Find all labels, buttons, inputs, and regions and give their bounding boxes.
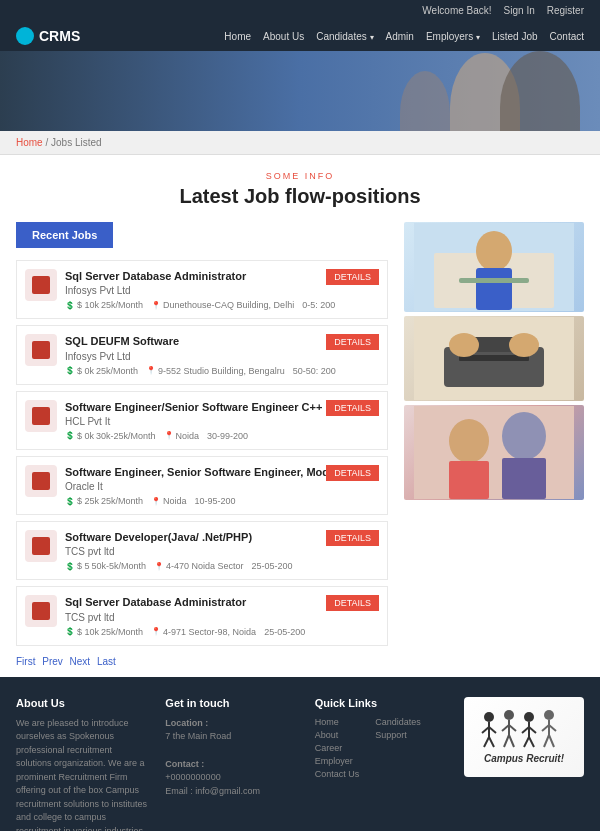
- pagination-next[interactable]: Next: [70, 656, 91, 667]
- register-link[interactable]: Register: [547, 5, 584, 16]
- hero-image: [0, 51, 600, 131]
- svg-line-27: [504, 735, 509, 747]
- job-icon-shape: [32, 407, 50, 425]
- footer-link-home[interactable]: Home: [315, 717, 360, 727]
- footer-contact-title: Get in touch: [165, 697, 298, 709]
- job-icon: [25, 334, 57, 366]
- footer-link-candidates[interactable]: Candidates: [375, 717, 421, 727]
- details-button[interactable]: DETAILS: [326, 595, 379, 611]
- job-location: 📍 Noida: [164, 431, 200, 441]
- job-location: 📍 9-552 Studio Building, Bengalru: [146, 366, 285, 376]
- footer-grid: About Us We are pleased to introduce our…: [16, 697, 584, 831]
- details-button[interactable]: DETAILS: [326, 334, 379, 350]
- job-list: Sql Server Database Administrator Infosy…: [16, 260, 388, 646]
- job-card: Software Developer(Java/ .Net/PHP) TCS p…: [16, 521, 388, 580]
- nav-admin[interactable]: Admin: [386, 31, 414, 42]
- location-icon: 📍: [151, 627, 161, 636]
- site-header: Welcome Back! Sign In Register CRMS Home…: [0, 0, 600, 131]
- location-icon: 📍: [164, 431, 174, 440]
- brand-logo: CRMS: [16, 27, 80, 45]
- footer-location-value: 7 the Main Road: [165, 731, 231, 741]
- svg-line-25: [502, 725, 509, 731]
- nav-candidates[interactable]: Candidates: [316, 31, 373, 42]
- footer-about: About Us We are pleased to introduce our…: [16, 697, 149, 831]
- location-icon: 📍: [151, 497, 161, 506]
- svg-rect-16: [414, 406, 574, 499]
- dollar-icon: 💲: [65, 627, 75, 636]
- job-card: Software Engineer, Senior Software Engin…: [16, 456, 388, 515]
- job-meta: 💲 $ 0k 30k-25k/Month 📍 Noida 30-99-200: [65, 431, 379, 441]
- job-icon: [25, 530, 57, 562]
- job-vacancies: 25-05-200: [252, 561, 293, 571]
- footer-links-title: Quick Links: [315, 697, 448, 709]
- nav-listed-job[interactable]: Listed Job: [492, 31, 538, 42]
- sidebar-image-3: [404, 405, 584, 500]
- job-icon-shape: [32, 341, 50, 359]
- footer-contact: Get in touch Location : 7 the Main Road …: [165, 697, 298, 831]
- svg-line-40: [549, 735, 554, 747]
- details-button[interactable]: DETAILS: [326, 530, 379, 546]
- job-location: 📍 Dunethouse-CAQ Building, Delhi: [151, 300, 294, 310]
- footer-about-title: About Us: [16, 697, 149, 709]
- nav-menu: Home About Us Candidates Admin Employers…: [224, 31, 584, 42]
- job-icon: [25, 595, 57, 627]
- svg-line-31: [522, 727, 529, 733]
- footer-banner: Campus Recruit!: [464, 697, 584, 777]
- details-button[interactable]: DETAILS: [326, 269, 379, 285]
- svg-point-23: [504, 710, 514, 720]
- job-company: Oracle It: [65, 481, 379, 492]
- job-icon-shape: [32, 537, 50, 555]
- svg-line-32: [529, 727, 536, 733]
- job-meta: 💲 $ 5 50k-5k/Month 📍 4-470 Noida Sector …: [65, 561, 379, 571]
- job-salary: 💲 $ 10k 25k/Month: [65, 300, 143, 310]
- details-button[interactable]: DETAILS: [326, 465, 379, 481]
- job-meta: 💲 $ 0k 25k/Month 📍 9-552 Studio Building…: [65, 366, 379, 376]
- job-vacancies: 50-50: 200: [293, 366, 336, 376]
- job-icon-shape: [32, 602, 50, 620]
- svg-line-22: [489, 737, 494, 747]
- job-vacancies: 0-5: 200: [302, 300, 335, 310]
- svg-rect-4: [459, 278, 529, 283]
- welcome-text: Welcome Back!: [422, 5, 491, 16]
- footer-links-grid: Home About Career Employer Contact Us Ca…: [315, 717, 448, 782]
- nav-employers[interactable]: Employers: [426, 31, 480, 42]
- brand-name: CRMS: [39, 28, 80, 44]
- details-button[interactable]: DETAILS: [326, 400, 379, 416]
- footer-link-support[interactable]: Support: [375, 730, 421, 740]
- footer-location-label: Location : 7 the Main Road: [165, 717, 298, 744]
- svg-point-9: [449, 333, 479, 357]
- footer-link-employer[interactable]: Employer: [315, 756, 360, 766]
- section-header: SOME INFO Latest Job flow-positions: [16, 171, 584, 208]
- svg-line-37: [542, 725, 549, 731]
- job-salary: 💲 $ 5 50k-5k/Month: [65, 561, 146, 571]
- svg-line-21: [484, 737, 489, 747]
- job-card: SQL DEUFM Software Infosys Pvt Ltd 💲 $ 0…: [16, 325, 388, 384]
- recent-jobs-button[interactable]: Recent Jobs: [16, 222, 113, 248]
- footer-link-career[interactable]: Career: [315, 743, 360, 753]
- svg-rect-3: [476, 268, 512, 310]
- pagination-last[interactable]: Last: [97, 656, 116, 667]
- footer-link-about[interactable]: About: [315, 730, 360, 740]
- svg-point-10: [509, 333, 539, 357]
- breadcrumb-current: Jobs Listed: [51, 137, 102, 148]
- pagination: First Prev Next Last: [16, 656, 388, 667]
- footer-link-contact[interactable]: Contact Us: [315, 769, 360, 779]
- nav-about[interactable]: About Us: [263, 31, 304, 42]
- pagination-prev[interactable]: Prev: [42, 656, 63, 667]
- page-content: SOME INFO Latest Job flow-positions Rece…: [0, 155, 600, 667]
- svg-point-2: [476, 231, 512, 271]
- svg-line-26: [509, 725, 516, 731]
- svg-point-29: [524, 712, 534, 722]
- nav-home[interactable]: Home: [224, 31, 251, 42]
- job-location: 📍 4-971 Sector-98, Noida: [151, 627, 256, 637]
- dollar-icon: 💲: [65, 431, 75, 440]
- sign-in-link[interactable]: Sign In: [504, 5, 535, 16]
- svg-point-35: [544, 710, 554, 720]
- pagination-first[interactable]: First: [16, 656, 35, 667]
- job-salary: 💲 $ 0k 25k/Month: [65, 366, 138, 376]
- breadcrumb-home[interactable]: Home: [16, 137, 43, 148]
- job-icon: [25, 465, 57, 497]
- nav-contact[interactable]: Contact: [550, 31, 584, 42]
- footer-links-col1: Home About Career Employer Contact Us: [315, 717, 360, 782]
- footer-about-text: We are pleased to introduce ourselves as…: [16, 717, 149, 831]
